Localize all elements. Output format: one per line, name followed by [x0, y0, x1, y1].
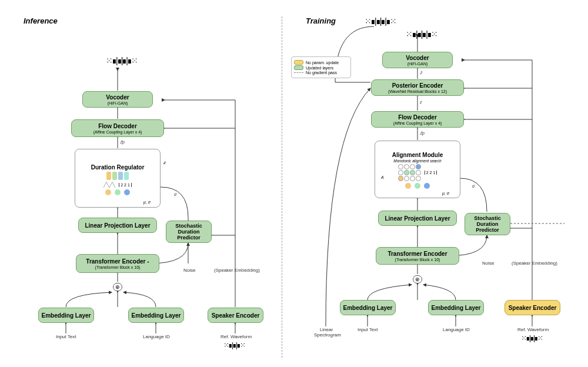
spk-train-title: Speaker Encoder	[509, 305, 557, 311]
speaker-emb-label-inf: (Speaker Embedding)	[214, 268, 260, 273]
speaker-encoder-inf: Speaker Encoder	[208, 308, 263, 323]
duration-regulator: Duration Regulator ╱╲╱╲ 2 2 1 z μ, σ	[75, 149, 161, 208]
align-title: Alignment Module	[392, 152, 443, 158]
waveform-out-inf: ⁙∎|∎|∎|∎⁙	[106, 56, 137, 65]
noise-label-train: Noise	[482, 261, 494, 266]
waveform-out-train: ⁙∎|∎|∎|∎⁙	[406, 29, 437, 39]
emb1-title: Embedding Layer	[42, 312, 91, 319]
legend-nograd: No gradient pass	[306, 71, 337, 75]
noise-label-inf: Noise	[183, 268, 195, 273]
enc-title: Transformer Encoder -	[86, 258, 149, 265]
align-sub: Monotonic alignment search	[393, 159, 441, 163]
linproj-inf: Linear Projection Layer	[78, 218, 157, 233]
sdp-train-title: Stochastic Duration Predictor	[465, 215, 510, 233]
input-text-label-inf: Input Text	[56, 334, 76, 339]
durreg-title: Duration Regulator	[91, 164, 145, 171]
d-label-train: d	[472, 184, 475, 188]
linear-spec-label: Linear Spectrogram	[314, 327, 339, 338]
inference-title: Inference	[24, 16, 58, 25]
legend: No param. update Updated layers No gradi…	[291, 56, 351, 78]
waveform-in-train: ⁙∎|∎|∎⁙	[521, 334, 542, 342]
linproj-train-title: Linear Projection Layer	[385, 215, 450, 222]
emb1-inf: Embedding Layer	[38, 308, 94, 323]
emb2-inf: Embedding Layer	[128, 308, 184, 323]
flow-train-title: Flow Decoder	[398, 114, 437, 121]
emb2-train-title: Embedding Layer	[432, 305, 481, 311]
flow-decoder-train: Flow Decoder (Affine Coupling Layer x 4)	[371, 111, 464, 128]
vocoder-train-title: Vocoder	[406, 55, 429, 61]
concat-train: ⊕	[413, 275, 422, 283]
enc-train-sub: (Transformer Block x 10)	[395, 258, 440, 262]
vocoder-title: Vocoder	[106, 94, 129, 101]
speaker-emb-label-train: (Speaker Embedding)	[512, 261, 557, 266]
align-A: A	[381, 175, 384, 179]
zp-label-train: z̃p	[420, 131, 425, 136]
sdp-inf: Stochastic Duration Predictor	[166, 221, 212, 243]
legend-swatch-nograd	[294, 72, 303, 73]
zp-label-inf: z̃p	[120, 140, 125, 145]
durreg-bars	[106, 172, 129, 180]
legend-noparam: No param. update	[306, 61, 339, 65]
d-label-inf: d	[174, 192, 176, 196]
post-title: Posterior Encoder	[392, 82, 443, 89]
emb2-train: Embedding Layer	[428, 300, 484, 315]
linproj-title: Linear Projection Layer	[85, 222, 150, 229]
flow-sub: (Affine Coupling Layer x 4)	[93, 130, 142, 134]
align-musigma: μ, σ	[442, 191, 449, 195]
language-id-label-train: Language ID	[443, 327, 470, 332]
posterior-encoder: Posterior Encoder (WaveNet Residual Bloc…	[371, 79, 464, 96]
input-text-label-train: Input Text	[358, 327, 378, 332]
post-sub: (WaveNet Residual Blocks x 12)	[388, 89, 447, 94]
legend-swatch-updated	[294, 65, 303, 70]
encoder-inf: Transformer Encoder - (Transformer Block…	[76, 254, 159, 273]
vocoder-train: Vocoder (HiFi-GAN)	[382, 52, 453, 68]
vocoder-train-sub: (HiFi-GAN)	[407, 62, 428, 66]
ref-waveform-label-inf: Ref. Waveform	[220, 334, 252, 339]
linproj-train: Linear Projection Layer	[378, 211, 457, 226]
emb1-train: Embedding Layer	[340, 300, 396, 315]
ref-waveform-label-train: Ref. Waveform	[517, 327, 549, 332]
align-circles	[405, 183, 430, 189]
emb1-train-title: Embedding Layer	[343, 305, 393, 311]
durreg-z: z	[163, 160, 166, 165]
panel-divider	[282, 16, 282, 358]
z-label-train: z	[420, 100, 422, 104]
align-matrix: 2 2 1	[425, 171, 437, 175]
durreg-fan-icon: ╱╲╱╲	[103, 182, 115, 188]
training-title: Training	[306, 16, 336, 25]
align-grid	[398, 164, 421, 181]
waveform-in-train-top: ⁙∎|∎|∎|∎⁙	[365, 16, 396, 26]
alignment-module: Alignment Module Monotonic alignment sea…	[375, 141, 460, 198]
sdp-title: Stochastic Duration Predictor	[166, 223, 211, 241]
vocoder-inf: Vocoder (HiFi-GAN)	[82, 91, 153, 108]
speaker-encoder-train: Speaker Encoder	[505, 300, 560, 315]
enc-sub: (Transformer Block x 10)	[95, 265, 141, 269]
flow-title: Flow Decoder	[98, 123, 137, 129]
vocoder-sub: (HiFi-GAN)	[108, 101, 128, 105]
durreg-circles	[105, 189, 130, 195]
concat-inf: ⊕	[113, 283, 122, 291]
zhat-label-train: ẑ	[420, 71, 422, 75]
language-id-label-inf: Language ID	[143, 334, 170, 339]
flow-train-sub: (Affine Coupling Layer x 4)	[393, 121, 442, 125]
legend-updated: Updated layers	[306, 66, 333, 70]
encoder-train: Transformer Encoder (Transformer Block x…	[376, 247, 459, 265]
sdp-train: Stochastic Duration Predictor	[465, 213, 510, 235]
durreg-matrix: 2 2 1	[119, 183, 132, 187]
durreg-musigma: μ, σ	[143, 200, 151, 204]
spk-title: Speaker Encoder	[212, 312, 260, 319]
emb2-title: Embedding Layer	[132, 312, 181, 319]
legend-swatch-noparam	[294, 60, 303, 65]
enc-train-title: Transformer Encoder	[387, 251, 447, 257]
flow-decoder-inf: Flow Decoder (Affine Coupling Layer x 4)	[71, 119, 164, 137]
waveform-in-inf: ⁙∎|∎|∎⁙	[223, 341, 245, 349]
